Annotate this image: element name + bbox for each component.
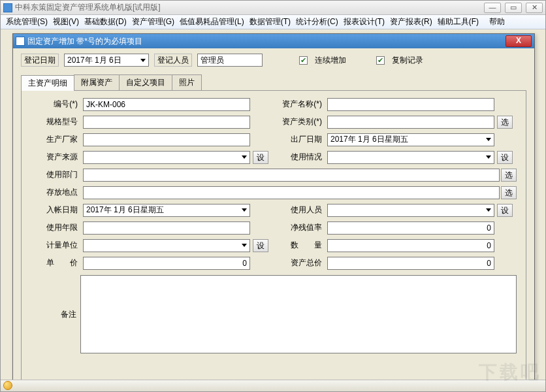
qty-input[interactable]: 0 (327, 239, 494, 252)
tab-main-detail[interactable]: 主资产明细 (21, 75, 74, 91)
tab-custom[interactable]: 自定义项目 (119, 74, 172, 90)
location-select-button[interactable]: 选 (501, 186, 517, 199)
copy-record-checkbox[interactable]: ✔ (376, 56, 385, 65)
usage-status-label: 使用情况 (275, 150, 325, 164)
unit-set-button[interactable]: 设 (253, 239, 268, 252)
reg-date-label: 登记日期 (21, 54, 59, 67)
chevron-down-icon (486, 155, 491, 159)
spec-label: 规格型号 (31, 115, 80, 129)
total-input[interactable]: 0 (327, 257, 494, 270)
reg-user-label: 登记人员 (154, 54, 192, 67)
salvage-label: 净残值率 (275, 221, 325, 235)
category-select-button[interactable]: 选 (497, 116, 513, 129)
qty-label: 数 量 (275, 238, 325, 252)
category-input[interactable] (327, 116, 494, 129)
chevron-down-icon (242, 244, 247, 247)
top-row: 登记日期 2017年 1月 6日 登记人员 管理员 ✔ 连续增加 ✔ 复制记录 (13, 48, 534, 72)
chevron-down-icon (242, 155, 247, 159)
factory-date-picker[interactable]: 2017年 1月 6日星期五 (327, 133, 494, 146)
location-label: 存放地点 (31, 186, 80, 199)
chevron-down-icon (486, 138, 491, 141)
status-orb-icon (3, 381, 12, 390)
status-bar (1, 380, 545, 391)
tabs: 主资产明细 附属资产 自定义项目 照片 (21, 74, 526, 90)
continuous-add-label: 连续增加 (315, 55, 346, 66)
chevron-down-icon (242, 208, 247, 212)
user-set-button[interactable]: 设 (497, 204, 513, 217)
remark-label: 备注 (31, 275, 80, 353)
source-set-button[interactable]: 设 (253, 151, 268, 164)
menu-view[interactable]: 视图(V) (50, 16, 82, 27)
menu-data[interactable]: 数据管理(T) (247, 16, 293, 27)
menu-stats[interactable]: 统计分析(C) (293, 16, 341, 27)
name-label: 资产名称(*) (275, 97, 325, 111)
chevron-down-icon (140, 59, 146, 62)
menu-help[interactable]: 帮助 (487, 16, 507, 27)
dialog-icon (16, 37, 25, 46)
copy-record-label: 复制记录 (392, 55, 423, 66)
dialog-title-bar: 固定资产增加 带*号的为必填项目 X (13, 34, 534, 48)
book-date-label: 入帐日期 (31, 203, 80, 217)
tab-sub-asset[interactable]: 附属资产 (74, 74, 120, 90)
remark-textarea[interactable] (80, 275, 517, 353)
user-combo[interactable] (327, 204, 494, 217)
close-button[interactable]: ✕ (526, 3, 543, 13)
reg-user-value: 管理员 (201, 55, 224, 66)
price-input[interactable]: 0 (83, 257, 250, 270)
main-window: 中科东策固定资产管理系统单机版[试用版] — ▭ ✕ 系统管理(S) 视图(V)… (0, 0, 546, 392)
price-label: 单 价 (31, 256, 80, 270)
qty-value: 0 (487, 241, 491, 250)
usage-status-combo[interactable] (327, 151, 494, 164)
menu-assetreport[interactable]: 资产报表(R) (387, 16, 435, 27)
book-date-value: 2017年 1月 6日星期五 (86, 204, 164, 216)
salvage-value: 0 (487, 223, 491, 233)
menu-lowvalue[interactable]: 低值易耗品管理(L) (177, 16, 247, 27)
reg-user-input[interactable]: 管理员 (197, 54, 263, 67)
menu-asset[interactable]: 资产管理(G) (129, 16, 177, 27)
unit-combo[interactable] (83, 239, 250, 252)
user-label: 使用人员 (275, 203, 325, 217)
price-value: 0 (242, 259, 247, 268)
dialog-close-button[interactable]: X (506, 35, 532, 47)
years-label: 使用年限 (31, 221, 80, 235)
continuous-add-checkbox[interactable]: ✔ (299, 56, 308, 65)
book-date-picker[interactable]: 2017年 1月 6日星期五 (83, 204, 250, 217)
source-label: 资产来源 (31, 150, 80, 164)
dept-input[interactable] (83, 169, 500, 182)
years-input[interactable] (83, 221, 250, 235)
factory-date-label: 出厂日期 (275, 133, 325, 146)
tab-photo[interactable]: 照片 (172, 74, 202, 90)
spec-input[interactable] (83, 116, 250, 129)
chevron-down-icon (486, 208, 491, 212)
location-input[interactable] (83, 186, 500, 199)
form-area: 编号(*) JK-KM-006 资产名称(*) 规格型号 资产类别(*) 选 生… (21, 90, 526, 388)
total-label: 资产总价 (275, 256, 325, 270)
maximize-button[interactable]: ▭ (505, 3, 522, 13)
unit-label: 计量单位 (31, 238, 80, 252)
menu-system[interactable]: 系统管理(S) (3, 16, 50, 27)
dept-select-button[interactable]: 选 (501, 169, 517, 182)
code-label: 编号(*) (31, 97, 80, 111)
code-input[interactable]: JK-KM-006 (83, 98, 250, 111)
menu-reportdesign[interactable]: 报表设计(T) (341, 16, 387, 27)
reg-date-value: 2017年 1月 6日 (67, 55, 121, 66)
menu-basedata[interactable]: 基础数据(D) (82, 16, 129, 27)
app-icon (3, 3, 12, 12)
reg-date-picker[interactable]: 2017年 1月 6日 (64, 54, 149, 67)
vendor-label: 生产厂家 (31, 133, 80, 146)
salvage-input[interactable]: 0 (327, 221, 494, 235)
usage-status-set-button[interactable]: 设 (497, 151, 513, 164)
menu-tools[interactable]: 辅助工具(F) (435, 16, 481, 27)
menubar: 系统管理(S) 视图(V) 基础数据(D) 资产管理(G) 低值易耗品管理(L)… (1, 15, 545, 29)
minimize-button[interactable]: — (484, 3, 501, 13)
vendor-input[interactable] (83, 133, 250, 146)
dialog-title-text: 固定资产增加 带*号的为必填项目 (27, 36, 142, 47)
category-label: 资产类别(*) (275, 115, 325, 129)
source-combo[interactable] (83, 151, 250, 164)
factory-date-value: 2017年 1月 6日星期五 (330, 134, 408, 145)
dept-label: 使用部门 (31, 168, 80, 182)
name-input[interactable] (327, 98, 494, 111)
client-area: 固定资产增加 带*号的为必填项目 X 登记日期 2017年 1月 6日 登记人员… (1, 29, 545, 391)
title-bar: 中科东策固定资产管理系统单机版[试用版] — ▭ ✕ (1, 1, 545, 15)
asset-add-dialog: 固定资产增加 带*号的为必填项目 X 登记日期 2017年 1月 6日 登记人员… (12, 33, 535, 387)
